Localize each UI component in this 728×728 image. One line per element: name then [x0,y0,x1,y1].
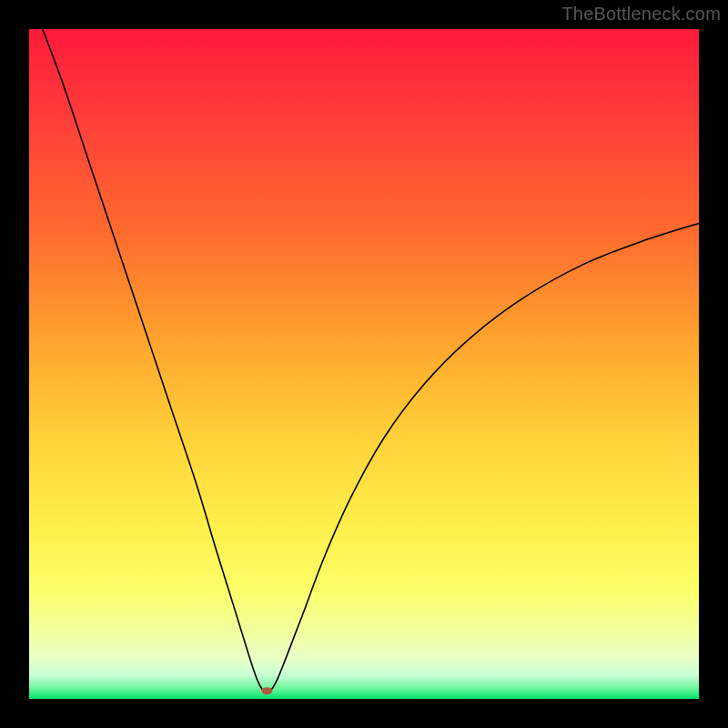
chart-svg [29,29,699,699]
gradient-background [29,29,699,699]
optimum-marker [261,687,272,694]
watermark-text: TheBottleneck.com [561,4,721,25]
plot-area [29,29,699,699]
chart-frame: TheBottleneck.com [0,0,728,728]
